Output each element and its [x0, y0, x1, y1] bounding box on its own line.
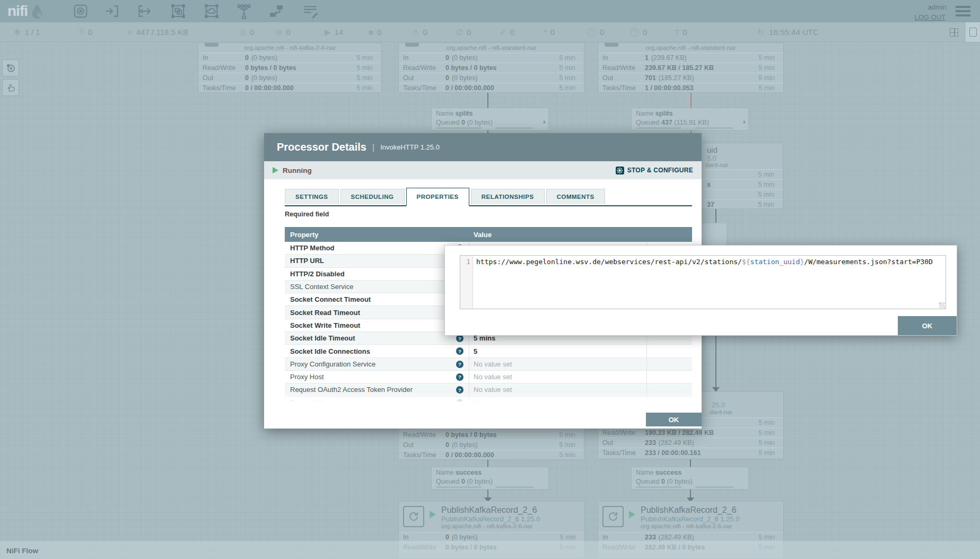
property-name: Proxy Host [290, 373, 324, 381]
property-name: Socket Write Timeout [290, 321, 360, 329]
dialog-ok-button[interactable]: OK [646, 413, 702, 426]
tab-properties[interactable]: PROPERTIES [406, 188, 469, 206]
line-number-gutter: 1 [460, 256, 473, 309]
property-row-spacer [647, 358, 692, 370]
property-name: SSL Context Service [290, 283, 353, 291]
column-value: Value [469, 231, 647, 239]
expression-variable: station_uuid [750, 258, 800, 266]
property-name: HTTP Method [290, 244, 335, 252]
popup-ok-button[interactable]: OK [898, 316, 957, 335]
column-property: Property [285, 231, 469, 239]
dialog-header[interactable]: Processor Details | InvokeHTTP 1.25.0 [264, 133, 702, 161]
value-editor-popup: 1 https://www.pegelonline.wsv.de/webserv… [444, 245, 957, 336]
tab-relationships[interactable]: RELATIONSHIPS [471, 189, 545, 204]
required-field-label: Required field [285, 211, 329, 218]
help-icon[interactable]: ? [456, 361, 463, 368]
running-icon [273, 167, 278, 173]
value-editor-input[interactable]: https://www.pegelonline.wsv.de/webservic… [473, 256, 933, 309]
dialog-subtitle: InvokeHTTP 1.25.0 [380, 143, 440, 151]
property-row[interactable]: Proxy Configuration Service?No value set [285, 358, 692, 371]
dialog-tabs: SETTINGS SCHEDULING PROPERTIES RELATIONS… [285, 188, 692, 206]
table-fade [285, 393, 692, 402]
nifi-application: org.apache.nifi - nifi-kafka-2-6-nar In0… [0, 0, 980, 559]
value-editor[interactable]: 1 https://www.pegelonline.wsv.de/webserv… [460, 255, 946, 309]
expression-open: ${ [742, 258, 750, 266]
property-name: Proxy Configuration Service [290, 360, 375, 368]
property-row-spacer [647, 371, 692, 383]
property-name: Socket Read Timeout [290, 309, 360, 317]
property-row[interactable]: Socket Idle Connections?5 [285, 345, 692, 357]
property-name: HTTP/2 Disabled [290, 270, 345, 278]
help-icon[interactable]: ? [456, 335, 463, 342]
resize-handle[interactable] [939, 302, 945, 308]
property-row-spacer [647, 345, 692, 357]
dialog-title-separator: | [372, 143, 374, 152]
stop-and-configure-button[interactable]: STOP & CONFIGURE [616, 167, 693, 174]
gear-icon [616, 167, 624, 174]
property-name: Socket Connect Timeout [290, 295, 371, 303]
tab-scheduling[interactable]: SCHEDULING [340, 189, 405, 204]
property-row[interactable]: Proxy Host?No value set [285, 371, 692, 383]
property-name: HTTP URL [290, 257, 324, 265]
help-icon[interactable]: ? [456, 373, 463, 381]
property-table-header: Property Value [285, 227, 692, 242]
dialog-title: Processor Details [277, 141, 366, 153]
property-name: Socket Idle Connections [290, 347, 370, 355]
property-name: Socket Idle Timeout [290, 334, 355, 342]
stop-configure-label: STOP & CONFIGURE [627, 167, 693, 174]
run-status-label: Running [283, 167, 312, 174]
line-number: 1 [466, 258, 470, 266]
tab-settings[interactable]: SETTINGS [285, 189, 339, 204]
property-value[interactable]: No value set [469, 358, 647, 370]
property-value[interactable]: No value set [469, 371, 647, 383]
tab-comments[interactable]: COMMENTS [546, 189, 605, 204]
dialog-status-bar: Running STOP & CONFIGURE [264, 161, 702, 179]
property-value[interactable]: 5 [469, 345, 647, 357]
help-icon[interactable]: ? [456, 347, 463, 355]
